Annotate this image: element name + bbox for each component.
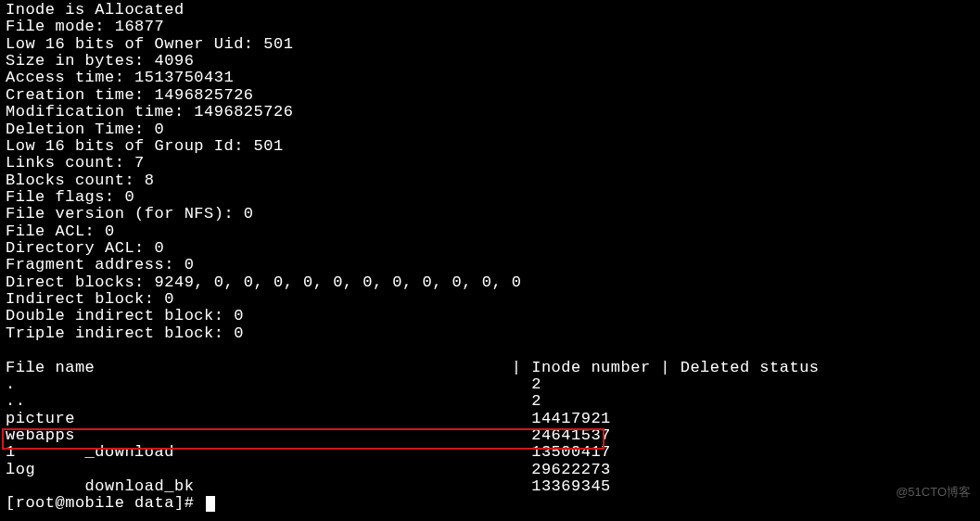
prompt-text: [root@mobile data]#: [6, 494, 204, 512]
table-row: . 2: [0, 376, 980, 393]
shell-prompt[interactable]: [root@mobile data]#: [0, 495, 980, 512]
direct-blocks: Direct blocks: 9249, 0, 0, 0, 0, 0, 0, 0…: [0, 274, 980, 291]
file-flags: File flags: 0: [0, 189, 980, 206]
triple-indirect: Triple indirect block: 0: [0, 325, 980, 342]
indirect-block: Indirect block: 0: [0, 291, 980, 308]
modification-time: Modification time: 1496825726: [0, 104, 980, 121]
watermark-text: @51CTO博客: [896, 486, 971, 499]
creation-time: Creation time: 1496825726: [0, 87, 980, 104]
deletion-time: Deletion Time: 0: [0, 121, 980, 138]
double-indirect: Double indirect block: 0: [0, 308, 980, 324]
fragment-addr: Fragment address: 0: [0, 257, 980, 273]
table-row: webapps 24641537: [0, 427, 980, 444]
table-row: log 29622273: [0, 462, 980, 478]
inode-alloc: Inode is Allocated: [0, 2, 980, 19]
file-mode: File mode: 16877: [0, 19, 980, 35]
table-row: picture 14417921: [0, 411, 980, 427]
blank-line: [0, 342, 980, 359]
blocks-count: Blocks count: 8: [0, 172, 980, 189]
file-acl: File ACL: 0: [0, 223, 980, 240]
size-bytes: Size in bytes: 4096: [0, 53, 980, 70]
table-row: download_bk 13369345: [0, 478, 980, 495]
directory-acl: Directory ACL: 0: [0, 240, 980, 257]
table-header: File name | Inode number | Deleted statu…: [0, 360, 980, 376]
file-version: File version (for NFS): 0: [0, 206, 980, 222]
cursor-icon: [206, 496, 215, 512]
group-id: Low 16 bits of Group Id: 501: [0, 138, 980, 155]
access-time: Access time: 1513750431: [0, 70, 980, 86]
table-row: .. 2: [0, 393, 980, 410]
owner-uid: Low 16 bits of Owner Uid: 501: [0, 36, 980, 53]
table-row: 1 _download 13500417: [0, 444, 980, 461]
links-count: Links count: 7: [0, 155, 980, 172]
